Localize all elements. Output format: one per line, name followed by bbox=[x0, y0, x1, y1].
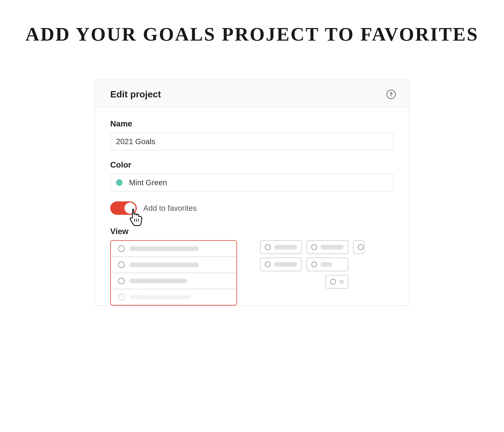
board-column bbox=[306, 240, 348, 305]
circle-icon bbox=[265, 244, 271, 250]
toggle-knob bbox=[125, 202, 135, 214]
circle-icon bbox=[265, 262, 271, 267]
board-card bbox=[260, 257, 302, 271]
favorites-toggle[interactable] bbox=[110, 201, 137, 215]
help-icon[interactable]: ? bbox=[387, 90, 396, 99]
circle-icon bbox=[118, 262, 125, 268]
placeholder-bar bbox=[321, 245, 344, 249]
favorites-toggle-row: Add to favorites bbox=[110, 201, 394, 215]
circle-icon bbox=[358, 244, 364, 250]
board-column bbox=[260, 240, 302, 305]
board-card bbox=[353, 240, 365, 254]
board-column bbox=[353, 240, 365, 305]
view-option-list[interactable] bbox=[110, 240, 237, 305]
circle-icon bbox=[118, 278, 125, 284]
list-row bbox=[111, 241, 236, 257]
list-row bbox=[111, 273, 236, 289]
color-label: Color bbox=[110, 160, 394, 169]
placeholder-bar bbox=[274, 245, 297, 249]
dialog-title: Edit project bbox=[110, 89, 161, 100]
placeholder-bar bbox=[339, 279, 344, 284]
board-card bbox=[260, 240, 302, 254]
dialog-body: Name Color Mint Green Add to favorites V… bbox=[95, 108, 409, 305]
placeholder-bar bbox=[321, 262, 332, 267]
board-card bbox=[325, 275, 348, 289]
placeholder-bar bbox=[130, 295, 191, 299]
placeholder-bar bbox=[130, 279, 187, 283]
circle-icon bbox=[118, 245, 125, 252]
view-option-board[interactable] bbox=[260, 240, 365, 305]
name-label: Name bbox=[110, 119, 394, 128]
view-label: View bbox=[110, 227, 394, 236]
color-name: Mint Green bbox=[129, 178, 167, 187]
circle-icon bbox=[311, 244, 317, 250]
project-name-input[interactable] bbox=[110, 133, 394, 150]
circle-icon bbox=[330, 279, 336, 285]
circle-icon bbox=[311, 262, 317, 267]
favorites-toggle-label: Add to favorites bbox=[143, 204, 197, 212]
list-row bbox=[111, 289, 236, 305]
board-card bbox=[306, 257, 348, 271]
color-select[interactable]: Mint Green bbox=[110, 174, 394, 191]
view-options bbox=[110, 240, 394, 305]
circle-icon bbox=[118, 294, 125, 300]
board-card bbox=[306, 240, 348, 254]
page-heading: ADD YOUR GOALS PROJECT TO FAVORITES bbox=[15, 23, 489, 45]
color-swatch-icon bbox=[116, 179, 123, 186]
dialog-header: Edit project ? bbox=[95, 80, 409, 108]
color-field-group: Color Mint Green bbox=[110, 160, 394, 191]
edit-project-dialog: Edit project ? Name Color Mint Green Add… bbox=[94, 80, 410, 306]
placeholder-bar bbox=[274, 262, 297, 267]
list-row bbox=[111, 257, 236, 273]
placeholder-bar bbox=[130, 246, 199, 251]
placeholder-bar bbox=[130, 263, 199, 267]
name-field-group: Name bbox=[110, 119, 394, 150]
